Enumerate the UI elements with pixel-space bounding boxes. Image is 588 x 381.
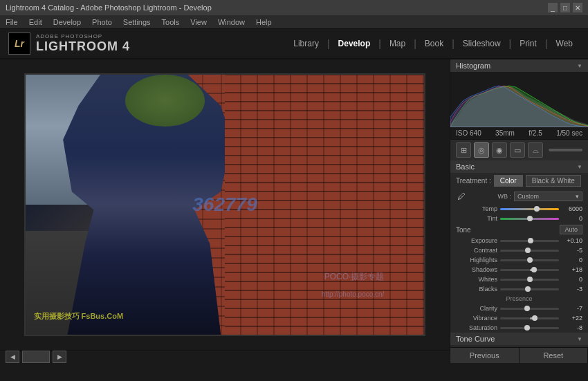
whites-track[interactable] [500, 279, 559, 281]
clarity-row: Clarity -7 [450, 304, 588, 313]
shadows-label: Shadows [456, 266, 497, 273]
footer-text: 实用摄影技巧 FsBus.CoM [34, 311, 124, 322]
tint-value: 0 [562, 215, 582, 222]
color-button[interactable]: Color [494, 175, 523, 187]
previous-button[interactable]: Previous [450, 348, 520, 363]
vibrance-thumb[interactable] [532, 315, 538, 321]
logo-text: ADOBE PHOTOSHOP LIGHTROOM 4 [36, 33, 130, 54]
highlights-thumb[interactable] [527, 257, 533, 263]
iso-value: ISO 640 [456, 129, 481, 137]
reset-button[interactable]: Reset [520, 348, 589, 363]
vibrance-value: +22 [562, 315, 582, 322]
blacks-thumb[interactable] [525, 286, 531, 292]
saturation-track[interactable] [500, 327, 559, 329]
shadows-row: Shadows +18 [450, 265, 588, 275]
histogram-header[interactable]: Histogram ▼ [450, 59, 588, 72]
clarity-thumb[interactable] [524, 306, 530, 311]
shadows-track[interactable] [500, 269, 559, 271]
filmstrip-left[interactable]: ◀ [6, 351, 19, 363]
vibrance-track[interactable] [500, 317, 559, 319]
adobe-text: ADOBE PHOTOSHOP [36, 33, 130, 39]
exposure-track[interactable] [500, 240, 559, 242]
auto-button[interactable]: Auto [560, 225, 582, 234]
filmstrip: ◀ ▶ [0, 350, 450, 363]
menu-photo[interactable]: Photo [92, 18, 112, 26]
temp-label: Temp [456, 205, 497, 212]
histogram-label: Histogram [456, 62, 490, 70]
titlebar: Lightroom 4 Catalog - Adobe Photoshop Li… [0, 0, 588, 15]
wb-dropdown-icon: ▾ [576, 193, 579, 200]
contrast-track[interactable] [500, 250, 559, 252]
app-header: Lr ADOBE PHOTOSHOP LIGHTROOM 4 Library |… [0, 29, 588, 59]
tool-slider[interactable] [549, 149, 582, 151]
whites-thumb[interactable] [527, 277, 533, 282]
photo-container: 362779 POCO·摄影专题 http://photo.poco.cn/ 实… [0, 59, 450, 350]
histogram-svg [450, 72, 588, 127]
wb-dropper-icon[interactable]: 🖊 [456, 190, 467, 203]
histogram-section: Histogram ▼ [450, 59, 588, 140]
tint-thumb[interactable] [527, 216, 533, 221]
temp-thumb[interactable] [534, 206, 540, 212]
tools-row: ⊞ ◎ ◉ ▭ ⌓ [450, 140, 588, 160]
clarity-track[interactable] [500, 308, 559, 310]
tab-library[interactable]: Library [286, 36, 326, 51]
menu-help[interactable]: Help [256, 18, 272, 26]
close-button[interactable]: ✕ [573, 3, 582, 12]
tool-redeye[interactable]: ◉ [492, 142, 507, 158]
wb-label: WB : [470, 193, 511, 200]
treatment-row: Treatment : Color Black & White [450, 173, 588, 189]
histogram-toggle-icon: ▼ [577, 63, 582, 69]
menu-view[interactable]: View [190, 18, 207, 26]
shadows-value: +18 [562, 266, 582, 273]
camera-info: ISO 640 35mm f/2.5 1/50 sec [450, 127, 588, 139]
tab-book[interactable]: Book [418, 36, 450, 51]
tab-web[interactable]: Web [549, 36, 580, 51]
tool-brush[interactable]: ⌓ [528, 142, 543, 158]
blacks-row: Blacks -3 [450, 284, 588, 294]
filmstrip-right[interactable]: ▶ [53, 351, 66, 363]
watermark-brand2: http://photo.poco.cn/ [322, 290, 385, 298]
tool-spot[interactable]: ◎ [474, 142, 489, 158]
tint-track[interactable] [500, 218, 559, 220]
exposure-thumb[interactable] [528, 238, 533, 243]
watermark-brand1: POCO·摄影专题 [324, 271, 385, 283]
tab-slideshow[interactable]: Slideshow [456, 36, 508, 51]
menubar: File Edit Develop Photo Settings Tools V… [0, 15, 588, 29]
menu-edit[interactable]: Edit [29, 18, 42, 26]
contrast-thumb[interactable] [525, 248, 531, 253]
tone-label: Tone [456, 226, 471, 234]
saturation-row: Saturation -8 [450, 323, 588, 333]
tone-curve-header[interactable]: Tone Curve ▼ [450, 333, 588, 345]
maximize-button[interactable]: □ [560, 3, 570, 12]
menu-tools[interactable]: Tools [162, 18, 180, 26]
tab-map[interactable]: Map [383, 36, 412, 51]
blacks-track[interactable] [500, 288, 559, 290]
highlights-row: Highlights 0 [450, 255, 588, 265]
main-content: 362779 POCO·摄影专题 http://photo.poco.cn/ 实… [0, 59, 588, 363]
basic-header[interactable]: Basic ▼ [450, 160, 588, 173]
saturation-label: Saturation [456, 324, 497, 331]
saturation-thumb[interactable] [524, 325, 530, 331]
temp-track[interactable] [500, 208, 559, 210]
tool-gradient[interactable]: ▭ [510, 142, 525, 158]
temp-row: Temp 6000 [450, 204, 588, 214]
blacks-label: Blacks [456, 286, 497, 292]
tab-print[interactable]: Print [513, 36, 544, 51]
presence-label: Presence [450, 294, 588, 304]
contrast-label: Contrast [456, 247, 497, 254]
tab-develop[interactable]: Develop [331, 36, 378, 51]
menu-settings[interactable]: Settings [123, 18, 151, 26]
menu-develop[interactable]: Develop [53, 18, 81, 26]
menu-window[interactable]: Window [218, 18, 245, 26]
lr-title: LIGHTROOM 4 [36, 39, 130, 54]
wb-dropdown[interactable]: Custom ▾ [514, 192, 582, 201]
highlights-track[interactable] [500, 259, 559, 261]
tool-crop[interactable]: ⊞ [456, 142, 471, 158]
basic-label: Basic [456, 162, 475, 171]
bw-button[interactable]: Black & White [526, 175, 581, 187]
window-controls[interactable]: _ □ ✕ [548, 3, 582, 12]
highlights-label: Highlights [456, 257, 497, 263]
menu-file[interactable]: File [6, 18, 18, 26]
shadows-thumb[interactable] [531, 267, 537, 272]
minimize-button[interactable]: _ [548, 3, 558, 12]
